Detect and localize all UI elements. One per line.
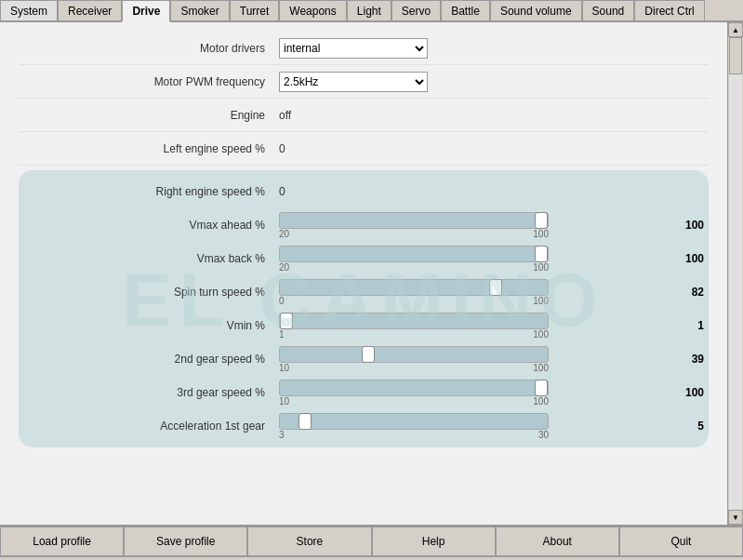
scroll-area: Motor drivers internal Motor PWM frequen… (0, 22, 727, 461)
scrollbar: ▲ ▼ (727, 22, 743, 525)
slider-minmax-2: 0100 (279, 296, 549, 306)
slider-value-display-5: 100 (671, 386, 709, 399)
tab-servo[interactable]: Servo (391, 0, 441, 20)
slider-row-0: Vmax ahead %20100100 (19, 208, 709, 242)
scrollbar-thumb[interactable] (729, 37, 742, 74)
slider-value-display-3: 1 (671, 319, 709, 332)
scroll-down-button[interactable]: ▼ (728, 510, 743, 525)
slider-input-0[interactable] (279, 212, 549, 229)
motor-pwm-label: Motor PWM frequency (19, 75, 279, 88)
slider-value-display-1: 100 (671, 252, 709, 265)
slider-label-4: 2nd gear speed % (19, 353, 279, 366)
tab-bar: SystemReceiverDriveSmokerTurretWeaponsLi… (0, 0, 743, 22)
slider-container-4: 10100 (279, 346, 671, 373)
tab-system[interactable]: System (0, 0, 58, 20)
slider-row-1: Vmax back %20100100 (19, 242, 709, 275)
slider-container-2: 0100 (279, 279, 671, 306)
engine-value: off (279, 109, 291, 122)
slider-input-3[interactable] (279, 313, 549, 329)
tab-weapons[interactable]: Weapons (279, 0, 346, 20)
slider-minmax-3: 1100 (279, 329, 549, 340)
slider-container-5: 10100 (279, 380, 671, 407)
slider-container-3: 1100 (279, 313, 671, 340)
left-speed-value: 0 (279, 142, 285, 155)
sliders-container: Vmax ahead %20100100Vmax back %20100100S… (19, 208, 709, 443)
scroll-up-button[interactable]: ▲ (728, 22, 743, 37)
slider-row-5: 3rd gear speed %10100100 (19, 376, 709, 409)
slider-section: EL CAMINO Right engine speed % 0 Vmax ah… (19, 170, 709, 447)
engine-row: Engine off (19, 99, 709, 132)
status-bar: Connected No changes (0, 556, 743, 560)
slider-row-2: Spin turn speed %010082 (19, 275, 709, 309)
slider-container-1: 20100 (279, 246, 671, 273)
slider-value-display-0: 100 (671, 219, 709, 232)
slider-track-row-0 (279, 212, 671, 229)
tab-receiver[interactable]: Receiver (58, 0, 122, 20)
slider-container-6: 330 (279, 413, 671, 440)
slider-track-row-2 (279, 279, 671, 296)
slider-value-display-2: 82 (671, 286, 709, 299)
slider-value-display-4: 39 (671, 353, 709, 366)
slider-minmax-0: 20100 (279, 229, 549, 239)
scrollbar-track[interactable] (729, 37, 742, 510)
slider-minmax-4: 10100 (279, 363, 549, 373)
slider-track-row-1 (279, 246, 671, 262)
motor-drivers-dropdown-container: internal (279, 38, 428, 59)
slider-label-5: 3rd gear speed % (19, 386, 279, 399)
motor-pwm-dropdown-container: 2.5kHz (279, 72, 428, 92)
left-speed-label: Left engine speed % (19, 142, 279, 155)
right-speed-value: 0 (279, 185, 285, 198)
slider-track-row-5 (279, 380, 671, 396)
tab-smoker[interactable]: Smoker (170, 0, 229, 20)
motor-drivers-select[interactable]: internal (279, 38, 428, 59)
load-profile-button[interactable]: Load profile (0, 527, 124, 556)
slider-label-2: Spin turn speed % (19, 286, 279, 299)
quit-button[interactable]: Quit (619, 527, 743, 556)
slider-row-4: 2nd gear speed %1010039 (19, 342, 709, 376)
slider-input-1[interactable] (279, 246, 549, 262)
tab-sound[interactable]: Sound (582, 0, 635, 20)
slider-input-2[interactable] (279, 279, 549, 296)
main-content: Motor drivers internal Motor PWM frequen… (0, 22, 727, 525)
engine-label: Engine (19, 109, 279, 122)
slider-input-6[interactable] (279, 413, 549, 430)
tab-battle[interactable]: Battle (441, 0, 490, 20)
motor-drivers-row: Motor drivers internal (19, 32, 709, 65)
slider-label-0: Vmax ahead % (19, 219, 279, 232)
tab-drive[interactable]: Drive (122, 0, 170, 22)
bottom-bar: Load profileSave profileStoreHelpAboutQu… (0, 525, 743, 556)
store-button[interactable]: Store (247, 527, 371, 556)
slider-track-row-6 (279, 413, 671, 430)
tab-direct-ctrl[interactable]: Direct Ctrl (634, 0, 704, 20)
slider-label-1: Vmax back % (19, 252, 279, 265)
slider-minmax-1: 20100 (279, 262, 549, 273)
slider-input-4[interactable] (279, 346, 549, 363)
right-speed-label: Right engine speed % (19, 185, 279, 198)
slider-track-row-3 (279, 313, 671, 329)
right-speed-row: Right engine speed % 0 (19, 175, 709, 208)
motor-drivers-label: Motor drivers (19, 42, 279, 55)
content-wrapper: Motor drivers internal Motor PWM frequen… (0, 22, 743, 525)
left-speed-row: Left engine speed % 0 (19, 132, 709, 166)
save-profile-button[interactable]: Save profile (124, 527, 247, 556)
help-button[interactable]: Help (372, 527, 496, 556)
tab-turret[interactable]: Turret (230, 0, 280, 20)
slider-minmax-6: 330 (279, 430, 549, 440)
slider-track-row-4 (279, 346, 671, 363)
motor-pwm-select[interactable]: 2.5kHz (279, 72, 428, 92)
slider-label-6: Acceleration 1st gear (19, 420, 279, 433)
slider-value-display-6: 5 (671, 420, 709, 433)
tab-light[interactable]: Light (347, 0, 391, 20)
slider-row-6: Acceleration 1st gear3305 (19, 409, 709, 443)
tab-sound-volume[interactable]: Sound volume (490, 0, 582, 20)
slider-label-3: Vmin % (19, 319, 279, 332)
slider-row-3: Vmin %11001 (19, 309, 709, 342)
slider-minmax-5: 10100 (279, 396, 549, 407)
about-button[interactable]: About (496, 527, 619, 556)
motor-pwm-row: Motor PWM frequency 2.5kHz (19, 65, 709, 99)
slider-input-5[interactable] (279, 380, 549, 396)
slider-container-0: 20100 (279, 212, 671, 239)
